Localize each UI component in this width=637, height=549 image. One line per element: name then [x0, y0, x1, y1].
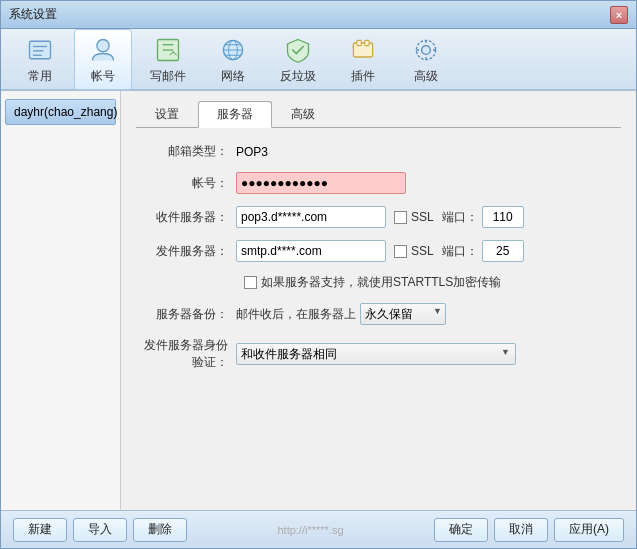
incoming-label: 收件服务器： [136, 209, 236, 226]
outgoing-ssl-group: SSL 端口： [394, 240, 524, 262]
import-button[interactable]: 导入 [73, 518, 127, 542]
general-icon [24, 34, 56, 66]
tab-settings[interactable]: 设置 [136, 101, 198, 127]
toolbar-account-label: 帐号 [91, 68, 115, 85]
sidebar-item-dayhr[interactable]: dayhr(chao_zhang) [5, 99, 116, 125]
toolbar-plugins-label: 插件 [351, 68, 375, 85]
outgoing-server-row: 发件服务器： SSL 端口： [136, 240, 621, 262]
sidebar: dayhr(chao_zhang) [1, 91, 121, 510]
incoming-server-row: 收件服务器： SSL 端口： [136, 206, 621, 228]
incoming-ssl-label: SSL [411, 210, 434, 224]
incoming-ssl-group: SSL 端口： [394, 206, 524, 228]
starttls-checkbox[interactable] [244, 276, 257, 289]
mailbox-type-row: 邮箱类型： POP3 [136, 143, 621, 160]
outgoing-server-input[interactable] [236, 240, 386, 262]
mailbox-type-value: POP3 [236, 145, 268, 159]
svg-rect-14 [357, 40, 361, 45]
svg-rect-0 [30, 41, 51, 59]
outgoing-port-input[interactable] [482, 240, 524, 262]
incoming-server-input[interactable] [236, 206, 386, 228]
advanced-icon [410, 34, 442, 66]
watermark: http://i*****.sg [277, 524, 343, 536]
bottom-left-buttons: 新建 导入 删除 [13, 518, 187, 542]
toolbar-item-general[interactable]: 常用 [11, 29, 69, 90]
toolbar: 常用 帐号 写邮件 [1, 29, 636, 91]
compose-icon [152, 34, 184, 66]
close-button[interactable]: × [610, 6, 628, 24]
form-section: 邮箱类型： POP3 帐号： 收件服务器： SSL 端口： [136, 143, 621, 500]
starttls-row: 如果服务器支持，就使用STARTTLS加密传输 [244, 274, 621, 291]
outgoing-port-label: 端口： [442, 243, 478, 260]
auth-label: 发件服务器身份验证： [136, 337, 236, 371]
auth-row: 发件服务器身份验证： 和收件服务器相同 无需验证 自定义 [136, 337, 621, 371]
backup-label: 服务器备份： [136, 306, 236, 323]
bottom-right-buttons: 确定 取消 应用(A) [434, 518, 624, 542]
plugins-icon [347, 34, 379, 66]
cancel-button[interactable]: 取消 [494, 518, 548, 542]
backup-text: 邮件收后，在服务器上 [236, 306, 356, 323]
toolbar-advanced-label: 高级 [414, 68, 438, 85]
toolbar-item-antispam[interactable]: 反垃圾 [267, 29, 329, 90]
account-icon [87, 34, 119, 66]
incoming-port-label: 端口： [442, 209, 478, 226]
svg-point-4 [97, 39, 109, 51]
toolbar-network-label: 网络 [221, 68, 245, 85]
auth-select[interactable]: 和收件服务器相同 无需验证 自定义 [236, 343, 516, 365]
bottom-bar: 新建 导入 删除 http://i*****.sg 确定 取消 应用(A) [1, 510, 636, 548]
main-window: 系统设置 × 常用 帐号 [0, 0, 637, 549]
mailbox-type-label: 邮箱类型： [136, 143, 236, 160]
account-label: 帐号： [136, 175, 236, 192]
new-button[interactable]: 新建 [13, 518, 67, 542]
content-area: dayhr(chao_zhang) 设置 服务器 高级 [1, 91, 636, 510]
account-input[interactable] [236, 172, 406, 194]
backup-select-wrapper: 永久保留 下载后删除 保留7天 保留30天 [360, 303, 446, 325]
account-row: 帐号： [136, 172, 621, 194]
network-icon [217, 34, 249, 66]
backup-select[interactable]: 永久保留 下载后删除 保留7天 保留30天 [360, 303, 446, 325]
svg-rect-15 [365, 40, 369, 45]
main-panel: 设置 服务器 高级 邮箱类型： POP3 帐号： [121, 91, 636, 510]
tab-server[interactable]: 服务器 [198, 101, 272, 128]
window-title: 系统设置 [9, 6, 57, 23]
outgoing-label: 发件服务器： [136, 243, 236, 260]
outgoing-ssl-label: SSL [411, 244, 434, 258]
toolbar-item-advanced[interactable]: 高级 [397, 29, 455, 90]
svg-point-16 [422, 45, 431, 54]
tab-advanced[interactable]: 高级 [272, 101, 334, 127]
toolbar-item-plugins[interactable]: 插件 [334, 29, 392, 90]
toolbar-item-compose[interactable]: 写邮件 [137, 29, 199, 90]
tabs-row: 设置 服务器 高级 [136, 101, 621, 128]
apply-button[interactable]: 应用(A) [554, 518, 624, 542]
delete-button[interactable]: 删除 [133, 518, 187, 542]
sidebar-item-label: dayhr(chao_zhang) [14, 105, 117, 119]
ok-button[interactable]: 确定 [434, 518, 488, 542]
incoming-port-input[interactable] [482, 206, 524, 228]
auth-select-wrapper: 和收件服务器相同 无需验证 自定义 [236, 343, 516, 365]
svg-rect-13 [353, 43, 372, 57]
toolbar-compose-label: 写邮件 [150, 68, 186, 85]
starttls-label: 如果服务器支持，就使用STARTTLS加密传输 [261, 274, 501, 291]
antispam-icon [282, 34, 314, 66]
toolbar-general-label: 常用 [28, 68, 52, 85]
backup-row: 服务器备份： 邮件收后，在服务器上 永久保留 下载后删除 保留7天 保留30天 [136, 303, 621, 325]
outgoing-ssl-checkbox[interactable] [394, 245, 407, 258]
title-bar: 系统设置 × [1, 1, 636, 29]
toolbar-item-network[interactable]: 网络 [204, 29, 262, 90]
incoming-ssl-checkbox[interactable] [394, 211, 407, 224]
toolbar-item-account[interactable]: 帐号 [74, 29, 132, 90]
toolbar-antispam-label: 反垃圾 [280, 68, 316, 85]
